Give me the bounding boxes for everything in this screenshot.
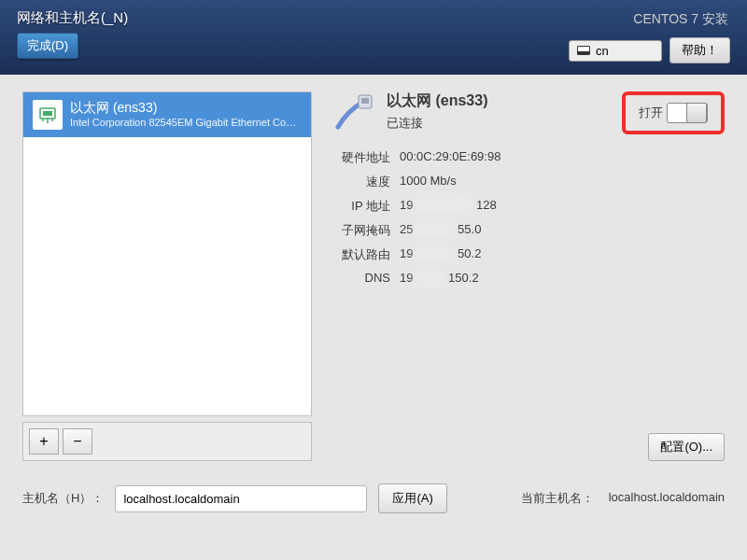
dns-label: DNS: [331, 271, 390, 285]
mask-label: 子网掩码: [331, 222, 390, 239]
dns-pre: 19: [400, 271, 413, 285]
blur-mask: [415, 220, 454, 239]
svg-rect-3: [361, 98, 369, 104]
installer-name: CENTOS 7 安装: [633, 11, 728, 28]
nic-list-item[interactable]: 以太网 (ens33) Intel Corporation 82545EM Gi…: [23, 92, 311, 137]
configure-button[interactable]: 配置(O)...: [648, 433, 725, 461]
ip-pre: 19: [400, 198, 413, 212]
connection-status: 已连接: [387, 115, 487, 132]
info-row-gw: 默认路由 19 50.2: [331, 246, 725, 263]
connection-title: 以太网 (ens33): [387, 91, 487, 111]
nic-desc: Intel Corporation 82545EM Gigabit Ethern…: [70, 117, 302, 128]
ethernet-icon: [33, 100, 63, 130]
ip-label: IP 地址: [331, 198, 390, 215]
dns-post: 150.2: [448, 271, 479, 285]
nic-text: 以太网 (ens33) Intel Corporation 82545EM Gi…: [70, 100, 302, 128]
done-button[interactable]: 完成(D): [17, 33, 78, 59]
nic-name: 以太网 (ens33): [70, 100, 302, 117]
info-row-ip: IP 地址 19 128: [331, 198, 725, 215]
gw-label: 默认路由: [331, 246, 390, 263]
mask-value: 25 55.0: [400, 222, 725, 239]
current-hostname-label: 当前主机名：: [521, 490, 594, 507]
mac-label: 硬件地址: [331, 149, 390, 166]
help-button[interactable]: 帮助！: [669, 37, 730, 63]
mac-value: 00:0C:29:0E:69:98: [400, 149, 725, 166]
connection-title-block: 以太网 (ens33) 已连接: [387, 91, 487, 132]
add-nic-button[interactable]: +: [29, 428, 59, 455]
connection-info: 硬件地址 00:0C:29:0E:69:98 速度 1000 Mb/s IP 地…: [331, 149, 725, 285]
keyboard-lang: cn: [596, 44, 609, 58]
info-row-speed: 速度 1000 Mb/s: [331, 174, 725, 190]
speed-value: 1000 Mb/s: [400, 174, 725, 190]
keyboard-icon: [577, 46, 590, 55]
speed-label: 速度: [331, 174, 390, 190]
toggle-label: 打开: [639, 105, 663, 121]
gw-value: 19 50.2: [400, 246, 725, 263]
current-hostname-value: localhost.localdomain: [609, 490, 725, 507]
mask-pre: 25: [400, 222, 413, 236]
ethernet-cable-icon: [331, 91, 375, 136]
left-panel: 以太网 (ens33) Intel Corporation 82545EM Gi…: [22, 91, 312, 461]
hostname-input[interactable]: [115, 485, 367, 512]
current-hostname: 当前主机名： localhost.localdomain: [521, 490, 725, 507]
blur-mask: [415, 196, 472, 215]
info-row-mac: 硬件地址 00:0C:29:0E:69:98: [331, 149, 725, 166]
svg-rect-1: [43, 111, 52, 116]
dns-value: 19 150.2: [400, 271, 725, 285]
remove-nic-button[interactable]: −: [63, 428, 92, 455]
keyboard-layout-indicator[interactable]: cn: [569, 40, 662, 62]
header-right: cn 帮助！: [569, 37, 730, 63]
footer: 主机名（H）： 应用(A) 当前主机名： localhost.localdoma…: [0, 478, 747, 530]
gw-post: 50.2: [458, 246, 481, 260]
info-row-mask: 子网掩码 25 55.0: [331, 222, 725, 239]
add-remove-toolbar: + −: [22, 422, 312, 461]
hostname-label: 主机名（H）：: [22, 490, 104, 507]
switch-knob: [686, 103, 707, 123]
blur-mask: [415, 269, 444, 287]
gw-pre: 19: [400, 246, 413, 260]
connection-toggle[interactable]: [667, 103, 708, 123]
mask-post: 55.0: [458, 222, 481, 236]
info-row-dns: DNS 19 150.2: [331, 271, 725, 285]
blur-mask: [415, 245, 454, 263]
connection-toggle-highlight: 打开: [622, 91, 725, 134]
right-panel: 以太网 (ens33) 已连接 打开 硬件地址 00:0C:29:0E:69:9…: [331, 91, 725, 461]
apply-button[interactable]: 应用(A): [378, 483, 446, 513]
nic-list[interactable]: 以太网 (ens33) Intel Corporation 82545EM Gi…: [22, 91, 312, 416]
main-content: 以太网 (ens33) Intel Corporation 82545EM Gi…: [0, 75, 747, 478]
header-bar: 网络和主机名(_N) 完成(D) CENTOS 7 安装 cn 帮助！: [0, 0, 747, 75]
ip-value: 19 128: [400, 198, 725, 215]
ip-post: 128: [476, 198, 497, 212]
